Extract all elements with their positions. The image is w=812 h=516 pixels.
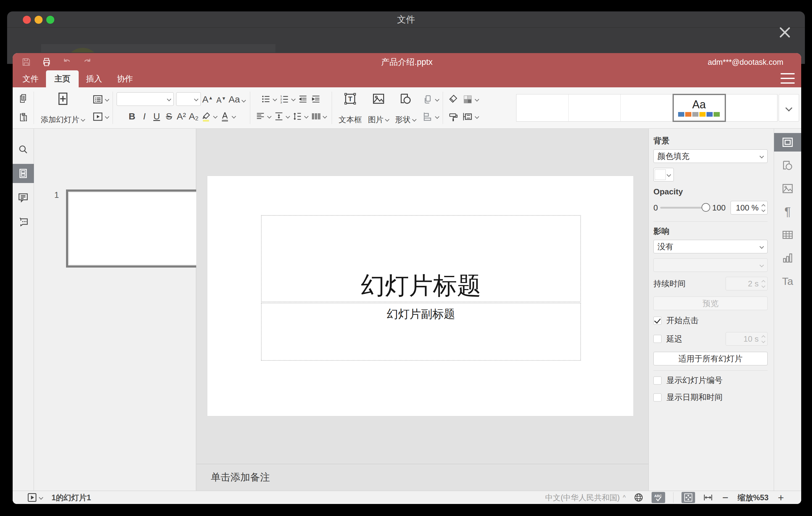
- insert-textbox-button[interactable]: T 文本框: [336, 91, 365, 125]
- arrange-shape-button[interactable]: [422, 91, 439, 107]
- show-date-time-checkbox[interactable]: [654, 394, 662, 402]
- font-name-combo[interactable]: [117, 92, 174, 106]
- shape-settings-tab[interactable]: [774, 156, 802, 175]
- underline-button[interactable]: U: [150, 109, 163, 124]
- decrease-font-button[interactable]: A▼: [214, 92, 228, 107]
- decrease-indent-button[interactable]: [296, 92, 310, 107]
- redo-button[interactable]: [81, 55, 94, 69]
- font-color-button[interactable]: [219, 109, 237, 124]
- print-button[interactable]: [40, 55, 53, 69]
- theme-color-swatches: [678, 112, 720, 117]
- insert-shape-button[interactable]: 形状: [392, 91, 419, 125]
- subscript-button[interactable]: A₂: [187, 109, 200, 124]
- title-placeholder[interactable]: 幻灯片标题: [261, 215, 581, 302]
- tab-collaboration[interactable]: 协作: [110, 70, 140, 87]
- slide-1[interactable]: 幻灯片标题 幻灯片副标题: [207, 176, 633, 416]
- language-selector[interactable]: 中文(中华人民共和国) ^: [545, 492, 626, 503]
- close-icon[interactable]: [778, 25, 792, 40]
- effect-variant-select[interactable]: [654, 258, 767, 272]
- delay-checkbox[interactable]: [654, 335, 662, 343]
- spinner-down-icon[interactable]: [762, 340, 765, 343]
- apply-to-all-slides-button[interactable]: 适用于所有幻灯片: [654, 352, 767, 365]
- highlight-color-button[interactable]: [200, 109, 219, 124]
- chat-button[interactable]: [13, 212, 34, 231]
- paste-button[interactable]: [17, 110, 30, 124]
- chart-settings-tab[interactable]: [774, 249, 802, 267]
- slide-size-button[interactable]: [462, 109, 479, 125]
- subtitle-placeholder[interactable]: 幻灯片副标题: [261, 303, 581, 361]
- theme-option[interactable]: [517, 94, 569, 121]
- tab-file[interactable]: 文件: [15, 70, 46, 87]
- zoom-in-button[interactable]: +: [778, 492, 784, 503]
- opacity-spinner[interactable]: 100 %: [730, 201, 767, 214]
- align-shape-button[interactable]: [422, 109, 439, 125]
- vertical-align-button[interactable]: [272, 109, 291, 124]
- increase-indent-button[interactable]: [310, 92, 322, 107]
- table-settings-tab[interactable]: [774, 226, 802, 244]
- notes-area[interactable]: 单击添加备注: [196, 464, 648, 491]
- select-tool-button[interactable]: [447, 91, 460, 106]
- save-button[interactable]: [20, 55, 33, 69]
- numbered-list-button[interactable]: 123: [278, 92, 296, 107]
- vertical-align-icon: [274, 111, 284, 122]
- duration-spinner[interactable]: 2 s: [726, 277, 767, 290]
- start-slideshow-button[interactable]: [92, 109, 109, 125]
- shape-fill-button[interactable]: [462, 91, 479, 107]
- theme-option-selected[interactable]: Aa: [673, 94, 725, 121]
- theme-gallery-expand-button[interactable]: [779, 94, 799, 122]
- comments-button[interactable]: [13, 188, 34, 207]
- start-slideshow-statusbar-button[interactable]: [27, 492, 43, 503]
- slides-panel-button[interactable]: [13, 164, 34, 183]
- theme-option[interactable]: [725, 94, 777, 121]
- theme-option[interactable]: [569, 94, 621, 121]
- bullet-list-button[interactable]: [259, 92, 278, 107]
- preview-button[interactable]: 预览: [654, 296, 767, 310]
- slide-layout-button[interactable]: [92, 91, 109, 107]
- fit-to-slide-button[interactable]: [682, 492, 695, 503]
- opacity-slider-thumb[interactable]: [701, 203, 710, 212]
- start-on-click-checkbox[interactable]: [654, 317, 662, 325]
- bold-button[interactable]: B: [126, 109, 138, 124]
- slide-thumbnail-1[interactable]: [66, 190, 205, 267]
- notes-placeholder-text: 单击添加备注: [211, 470, 270, 484]
- fill-type-select[interactable]: 颜色填充: [654, 149, 767, 163]
- tab-insert[interactable]: 插入: [79, 70, 110, 87]
- image-settings-tab[interactable]: [774, 179, 802, 198]
- superscript-button[interactable]: A²: [175, 109, 187, 124]
- chevron-down-icon: [292, 97, 295, 101]
- spinner-up-icon[interactable]: [762, 335, 765, 338]
- italic-button[interactable]: I: [138, 109, 150, 124]
- increase-font-button[interactable]: A▲: [201, 92, 214, 107]
- textart-settings-tab[interactable]: Ta: [774, 272, 802, 290]
- tab-home[interactable]: 主页: [46, 70, 79, 87]
- fit-to-width-button[interactable]: [703, 492, 713, 503]
- change-case-button[interactable]: Aa: [228, 92, 246, 107]
- add-slide-button[interactable]: 添加幻灯片: [38, 91, 88, 125]
- insert-image-button[interactable]: 图片: [365, 91, 392, 125]
- strikethrough-button[interactable]: S: [163, 109, 175, 124]
- spinner-down-icon[interactable]: [762, 285, 765, 288]
- document-language-button[interactable]: [634, 492, 643, 503]
- line-spacing-button[interactable]: [291, 109, 310, 124]
- spellcheck-button[interactable]: ABC: [651, 492, 665, 503]
- theme-option[interactable]: [621, 94, 673, 121]
- effect-select[interactable]: 没有: [654, 240, 767, 253]
- slide-settings-tab[interactable]: [774, 133, 802, 151]
- copy-style-button[interactable]: [447, 110, 460, 125]
- font-size-combo[interactable]: [176, 92, 201, 106]
- show-slide-number-checkbox[interactable]: [654, 376, 662, 384]
- columns-button[interactable]: [310, 109, 328, 124]
- search-button[interactable]: [13, 140, 34, 159]
- zoom-out-button[interactable]: −: [722, 492, 728, 503]
- menu-hamburger-icon[interactable]: [781, 73, 795, 84]
- horizontal-align-button[interactable]: [254, 109, 272, 124]
- copy-button[interactable]: [17, 91, 30, 106]
- opacity-slider[interactable]: [660, 207, 706, 209]
- background-color-picker[interactable]: [654, 168, 674, 181]
- spinner-up-icon[interactable]: [762, 280, 765, 283]
- spinner-up-icon[interactable]: [762, 204, 765, 207]
- paragraph-settings-tab[interactable]: ¶: [774, 202, 802, 221]
- spinner-down-icon[interactable]: [762, 209, 765, 212]
- undo-button[interactable]: [60, 55, 74, 69]
- delay-spinner[interactable]: 10 s: [726, 332, 767, 346]
